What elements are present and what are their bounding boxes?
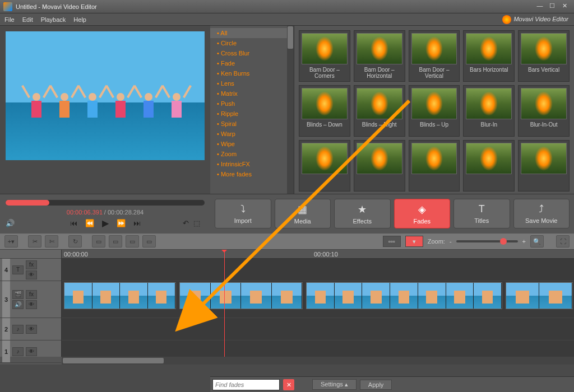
maximize-button[interactable]: ☐ (546, 2, 558, 11)
fade-card[interactable]: Blur-In-Out (518, 85, 570, 137)
fullscreen-button[interactable]: ⛶ (556, 235, 570, 248)
close-button[interactable]: ✕ (558, 2, 571, 11)
fade-category-item[interactable]: Fade (210, 58, 294, 68)
rewind-button[interactable]: ⏪ (85, 219, 94, 227)
track-lane-2[interactable] (62, 318, 574, 340)
window-title: Untitled - Movavi Video Editor (16, 3, 534, 10)
eye-icon[interactable]: 👁 (26, 325, 37, 334)
undo-button[interactable]: ↶ (183, 219, 189, 227)
fade-card[interactable]: Barn Door – Horizontal (354, 30, 405, 82)
fade-category-item[interactable]: Cross Blur (210, 48, 294, 58)
preview-video[interactable] (6, 31, 205, 160)
fade-category-item[interactable]: All (210, 28, 294, 38)
seek-slider[interactable] (6, 200, 205, 206)
fx-icon[interactable]: fx (26, 260, 37, 269)
add-button[interactable]: +▾ (4, 235, 18, 248)
import-icon: ⤵ (240, 203, 246, 215)
next-button[interactable]: ⏭ (133, 219, 141, 227)
prev-button[interactable]: ⏮ (70, 219, 77, 227)
fade-category-item[interactable]: Push (210, 99, 294, 109)
fade-category-item[interactable]: Ken Burns (210, 68, 294, 78)
tab-effects[interactable]: ★Effects (334, 199, 391, 228)
category-scrollbar[interactable] (287, 26, 294, 194)
fade-card[interactable]: Bars Vertical (518, 30, 570, 82)
track-lane-4[interactable] (62, 259, 574, 281)
rotate-button[interactable]: ↻ (68, 235, 82, 248)
fade-card[interactable]: Blinds – Right (354, 85, 405, 137)
fade-label (302, 176, 348, 189)
menu-help[interactable]: Help (73, 16, 86, 23)
menu-file[interactable]: File (4, 16, 15, 23)
clip-summer[interactable]: Summer.mp4 (0:00:08) (306, 282, 502, 309)
fade-category-item[interactable]: IntrinsicFX (210, 159, 294, 169)
fade-card[interactable]: Blinds – Down (299, 85, 350, 137)
clear-search-button[interactable]: ✕ (283, 379, 294, 390)
fade-card[interactable]: Barn Door – Corners (299, 30, 350, 82)
view-timeline[interactable]: ▾ (405, 236, 423, 247)
tool-a[interactable]: ▭ (92, 235, 105, 248)
effects-icon: ★ (358, 203, 367, 216)
fade-category-item[interactable]: More fades (210, 169, 294, 179)
play-button[interactable]: ▶ (102, 218, 109, 228)
clip-freedom[interactable]: Freedom.png (0:00:05) (64, 282, 176, 309)
fade-card[interactable] (354, 140, 405, 192)
track-lane-3[interactable]: Freedom.png (0:00:05) ★Friends.jpg (0:00… (62, 281, 574, 318)
fade-category-item[interactable]: Zoom (210, 149, 294, 159)
eye-icon[interactable]: 👁 (26, 347, 37, 356)
zoom-slider[interactable] (456, 240, 518, 242)
eye-icon[interactable]: 👁 (26, 270, 37, 279)
view-storyboard[interactable]: ▫▫▫ (383, 236, 401, 247)
tab-titles[interactable]: TTitles (453, 199, 510, 228)
minimize-button[interactable]: — (534, 2, 546, 11)
tab-save[interactable]: ⤴Save Movie (513, 199, 570, 228)
clip-swim[interactable]: Swi (506, 282, 573, 309)
tool-d[interactable]: ▭ (142, 235, 156, 248)
zoom-label: Zoom: (428, 238, 445, 245)
track-header-1[interactable]: 1♪👁 (0, 340, 61, 363)
fade-category-item[interactable]: Warp (210, 129, 294, 139)
fx-icon[interactable]: fx (26, 290, 37, 299)
fade-category-item[interactable]: Lens (210, 78, 294, 88)
playback-bar: 00:00:06.391 / 00:00:28.284 🔊 ⏮ ⏪ ▶ ⏩ ⏭ … (0, 194, 574, 233)
playhead[interactable] (224, 250, 225, 357)
track-header-2[interactable]: 2♪👁 (0, 318, 61, 340)
tab-media[interactable]: ▦Media (275, 199, 331, 228)
fade-card[interactable]: Barn Door – Vertical (409, 30, 460, 82)
fade-category-item[interactable]: Ripple (210, 109, 294, 119)
clip-friends[interactable]: ★Friends.jpg (0:00:05) (179, 282, 303, 309)
timeline-tracks[interactable]: 00:00:00 00:00:10 Freedom.png (0:00:05) … (62, 250, 574, 357)
tool-c[interactable]: ▭ (126, 235, 139, 248)
apply-button[interactable]: Apply (360, 380, 392, 390)
fade-category-item[interactable]: Circle (210, 38, 294, 48)
tool-b[interactable]: ▭ (109, 235, 122, 248)
track-header-4[interactable]: 4Tfx👁 (0, 259, 61, 281)
fade-card[interactable] (409, 140, 460, 192)
timeline: 4Tfx👁 3🎬🔊fx👁 2♪👁 1♪👁 00:00:00 00:00:10 F… (0, 250, 574, 365)
fade-card[interactable]: Blur-In (463, 85, 515, 137)
menu-playback[interactable]: Playback (41, 16, 66, 23)
fade-label: Blinds – Down (302, 122, 348, 134)
time-ruler[interactable]: 00:00:00 00:00:10 (62, 250, 574, 259)
tab-import[interactable]: ⤵Import (215, 199, 271, 228)
zoom-fit[interactable]: 🔍 (530, 235, 544, 248)
fade-category-item[interactable]: Matrix (210, 88, 294, 99)
fade-card[interactable]: Blinds – Up (409, 85, 460, 137)
fade-category-item[interactable]: Wipe (210, 139, 294, 149)
fade-card[interactable] (518, 140, 570, 192)
settings-button[interactable]: Settings ▴ (312, 379, 357, 390)
crop-button[interactable]: ⬚ (193, 219, 200, 227)
timeline-scrollbar[interactable] (62, 357, 574, 365)
tab-fades[interactable]: ◈Fades (394, 199, 451, 228)
forward-button[interactable]: ⏩ (117, 219, 126, 227)
fade-card[interactable]: Bars Horizontal (463, 30, 515, 82)
split-button[interactable]: ✄ (45, 235, 58, 248)
eye-icon[interactable]: 👁 (26, 300, 37, 309)
volume-icon[interactable]: 🔊 (6, 219, 15, 227)
search-input[interactable] (212, 379, 280, 390)
fade-category-item[interactable]: Spiral (210, 119, 294, 129)
fade-card[interactable] (463, 140, 515, 192)
menu-edit[interactable]: Edit (22, 16, 33, 23)
track-header-3[interactable]: 3🎬🔊fx👁 (0, 281, 61, 318)
fade-card[interactable] (299, 140, 350, 192)
cut-button[interactable]: ✂ (28, 235, 41, 248)
